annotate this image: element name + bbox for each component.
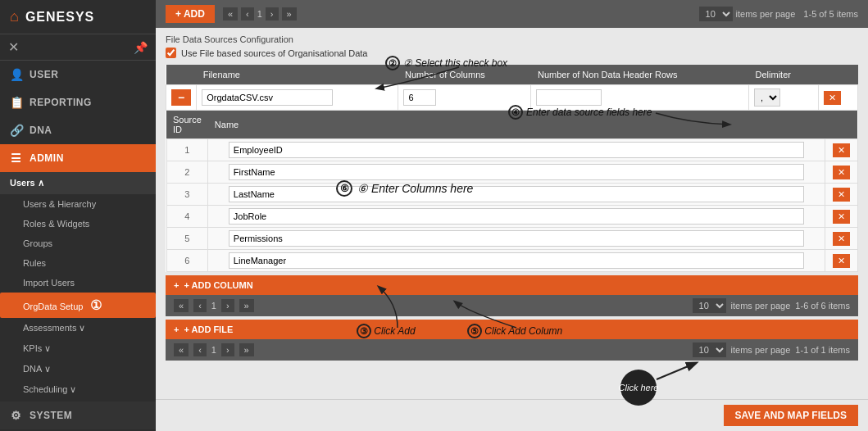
sidebar-sub-import-users[interactable]: Import Users <box>0 273 156 293</box>
plus-column-icon: + <box>174 280 179 290</box>
minus-button[interactable]: − <box>171 89 191 106</box>
items-per-page-select-top[interactable]: 102550 <box>699 7 733 21</box>
num-columns-input[interactable] <box>403 89 436 106</box>
col-name-input[interactable] <box>229 186 804 202</box>
col-page-num: 1 <box>211 301 216 311</box>
pin-icon[interactable]: 📌 <box>134 41 148 54</box>
reporting-icon: 📋 <box>10 96 23 109</box>
col-header-action <box>818 65 857 85</box>
remove-col-button[interactable]: ✕ <box>833 210 850 224</box>
column-row: 2 ✕ <box>166 161 857 184</box>
file-data-table: Filename Number of Columns Number of Non… <box>166 65 858 272</box>
app-name: GENESYS <box>25 10 94 25</box>
sidebar-item-user-label: USER <box>30 69 58 80</box>
filename-cell <box>197 85 398 111</box>
col-prev-prev[interactable]: « <box>174 299 189 312</box>
col-remove-cell: ✕ <box>825 228 857 250</box>
sidebar-sub-kpis[interactable]: KPIs ∨ <box>0 338 156 359</box>
sidebar-item-system: ⚙ SYSTEM <box>0 402 156 429</box>
sidebar-sub-rules[interactable]: Rules <box>0 253 156 273</box>
col-name-cell <box>208 206 825 228</box>
sidebar-sub-scheduling[interactable]: Scheduling ∨ <box>0 379 156 400</box>
col-name-input[interactable] <box>229 164 804 180</box>
col-name-input[interactable] <box>229 208 804 225</box>
col-header-non-data-rows: Number of Non Data Header Rows <box>531 65 749 85</box>
col-next-next[interactable]: » <box>239 299 254 312</box>
add-file-bar[interactable]: + + ADD FILE <box>166 320 858 339</box>
checkbox-label: Use File based sources of Organisational… <box>181 48 367 58</box>
col-name-cell <box>208 161 825 184</box>
remove-col-button[interactable]: ✕ <box>833 254 850 268</box>
main-content: File Data Sources Configuration Use File… <box>156 28 868 399</box>
add-button[interactable]: + ADD <box>166 5 215 23</box>
col-source-id: 2 <box>166 161 208 184</box>
bot-page-num: 1 <box>211 345 216 355</box>
col-source-id: 4 <box>166 206 208 228</box>
sidebar-sub-orgdata-setup[interactable]: OrgData Setup ① <box>0 293 156 318</box>
col-name-input[interactable] <box>229 142 804 158</box>
col-name-input[interactable] <box>229 230 804 247</box>
col-source-id: 6 <box>166 250 208 272</box>
sidebar-sub-roles-widgets[interactable]: Roles & Widgets <box>0 214 156 234</box>
file-data-row: − ,;| <box>166 85 858 111</box>
save-map-button[interactable]: SAVE AND MAP FIELDS <box>724 405 858 426</box>
sidebar-item-admin[interactable]: ☰ ADMIN <box>0 144 156 172</box>
sidebar: ⌂ GENESYS ✕ 📌 👤 USER 📋 REPORTING 🔗 DNA ☰… <box>0 0 156 431</box>
col-remove-cell: ✕ <box>825 161 857 184</box>
sidebar-item-admin-label: ADMIN <box>30 152 64 164</box>
non-data-rows-input[interactable] <box>536 89 602 106</box>
delimiter-select[interactable]: ,;| <box>754 88 780 107</box>
col-source-id: 3 <box>166 184 208 206</box>
sidebar-sub-assessments[interactable]: Assessments ∨ <box>0 318 156 338</box>
col-name-cell <box>208 184 825 206</box>
sidebar-item-user[interactable]: 👤 USER <box>0 61 156 88</box>
column-row: 5 ✕ <box>166 228 857 250</box>
bot-prev[interactable]: ‹ <box>193 343 207 356</box>
delimiter-cell: ,;| <box>749 85 819 111</box>
page-number: 1 <box>257 9 262 19</box>
use-file-based-checkbox[interactable] <box>166 48 176 58</box>
users-section-header[interactable]: Users ∧ <box>0 172 156 194</box>
dna-icon: 🔗 <box>10 124 23 137</box>
sidebar-item-reporting[interactable]: 📋 REPORTING <box>0 88 156 116</box>
col-name-cell <box>208 250 825 272</box>
col-name-input[interactable] <box>229 252 804 269</box>
sub-table-header-row: Source ID Name 1 ✕ 2 <box>166 111 858 273</box>
col-header-num-columns: Number of Columns <box>398 65 531 85</box>
bot-next[interactable]: › <box>221 343 234 356</box>
remove-col-button[interactable]: ✕ <box>833 166 850 179</box>
col-remove-cell: ✕ <box>825 206 857 228</box>
col-items-per-page[interactable]: 1025 <box>693 298 726 313</box>
add-column-bar[interactable]: + + ADD COLUMN <box>166 275 858 295</box>
col-remove-cell: ✕ <box>825 139 857 161</box>
bottom-pagination-bar: « ‹ 1 › » 1025 items per page 1-1 of 1 i… <box>166 339 858 361</box>
bot-items-per-page[interactable]: 1025 <box>693 343 726 357</box>
sidebar-sub-groups[interactable]: Groups <box>0 234 156 253</box>
row-minus-cell: − <box>166 85 197 111</box>
col-header-filename: Filename <box>197 65 398 85</box>
filename-input[interactable] <box>202 89 333 106</box>
sidebar-sub-dna[interactable]: DNA ∨ <box>0 359 156 379</box>
column-row: 3 ✕ <box>166 184 857 206</box>
sidebar-top-actions: ✕ 📌 <box>0 34 156 61</box>
users-header-label: Users ∧ <box>10 178 44 188</box>
bot-next-next[interactable]: » <box>239 343 254 356</box>
sidebar-item-dna[interactable]: 🔗 DNA <box>0 116 156 144</box>
col-prev[interactable]: ‹ <box>193 299 207 312</box>
sidebar-sub-users-hierarchy[interactable]: Users & Hierarchy <box>0 194 156 214</box>
remove-file-button[interactable]: ✕ <box>824 91 841 105</box>
column-pagination-bar: « ‹ 1 › » 1025 items per page 1-6 of 6 i… <box>166 295 858 316</box>
col-next[interactable]: › <box>221 299 234 312</box>
close-icon[interactable]: ✕ <box>8 39 19 55</box>
next-next-button[interactable]: » <box>282 7 297 20</box>
remove-col-button[interactable]: ✕ <box>833 232 850 246</box>
prev-prev-button[interactable]: « <box>223 7 238 20</box>
remove-col-button[interactable]: ✕ <box>833 188 850 202</box>
next-button[interactable]: › <box>266 7 279 20</box>
columns-table: Source ID Name 1 ✕ 2 <box>166 111 858 272</box>
section-title: File Data Sources Configuration <box>166 34 858 44</box>
remove-col-button[interactable]: ✕ <box>833 143 850 157</box>
non-data-rows-cell <box>531 85 749 111</box>
prev-button[interactable]: ‹ <box>241 7 254 20</box>
bot-prev-prev[interactable]: « <box>174 343 189 356</box>
